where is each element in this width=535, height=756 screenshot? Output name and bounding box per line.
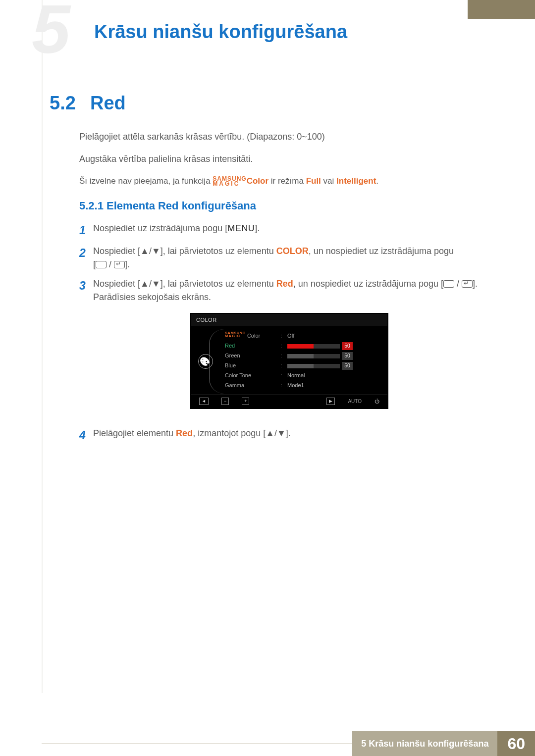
step3-a: Nospiediet [ <box>93 279 140 289</box>
osd-power-icon: ⏻ <box>374 398 379 405</box>
content-block: Pielāgojiet attēla sarkanās krāsas vērtī… <box>79 125 485 450</box>
osd-body: SAMSUNG MAGIC Color : Off Red : <box>191 326 387 395</box>
osd-label: Gamma <box>225 381 280 390</box>
section-title: Red <box>90 89 126 117</box>
osd-value-num: 50 <box>342 362 353 370</box>
osd-row-green: Green : 50 <box>225 351 380 361</box>
arrow-keys-icon: ▲/▼ <box>140 279 160 289</box>
step-number: 3 <box>79 277 93 421</box>
color-keyword: COLOR <box>276 246 309 256</box>
note-line: Šī izvēlne nav pieejama, ja funkcija SAM… <box>79 175 485 188</box>
osd-value-num: 50 <box>342 352 353 360</box>
rect-button-icon <box>96 261 107 268</box>
step2-a: Nospiediet [ <box>93 246 140 256</box>
menu-key-label: MENU <box>227 223 255 233</box>
step1-a: Nospiediet uz izstrādājuma pogu [ <box>93 223 227 233</box>
step-body: Pielāgojiet elementu Red, izmantojot pog… <box>93 427 485 444</box>
step2-c: , un nospiediet uz izstrādājuma pogu <box>309 246 454 256</box>
step3-tail: Parādīsies sekojošais ekrāns. <box>93 292 211 302</box>
header-accent-bar <box>468 0 535 19</box>
footer-rule <box>42 743 352 756</box>
osd-back-key: ◄ <box>199 398 209 405</box>
step-body: Nospiediet uz izstrādājuma pogu [MENU]. <box>93 222 485 239</box>
section-number: 5.2 <box>50 89 76 117</box>
osd-colon: : <box>280 361 287 370</box>
osd-colon: : <box>280 381 287 390</box>
brand-color-word: Color <box>247 176 268 186</box>
osd-panel: COLOR SAMSUNG MAGIC <box>190 313 388 409</box>
osd-play-key: ▶ <box>326 398 335 405</box>
enter-button-icon <box>462 280 473 288</box>
steps-list: 1 Nospiediet uz izstrādājuma pogu [MENU]… <box>79 222 485 444</box>
step-3: 3 Nospiediet [▲/▼], lai pārvietotos uz e… <box>79 277 485 421</box>
brand-line-2: MAGIC <box>213 180 240 187</box>
step1-b: ]. <box>255 223 260 233</box>
paragraph-2: Augstāka vērtība palielina krāsas intens… <box>79 152 485 166</box>
slider-fill <box>287 354 314 358</box>
osd-colon: : <box>280 371 287 380</box>
slider-fill <box>287 364 314 368</box>
subsection-heading: 5.2.1 Elementa Red konfigurēšana <box>79 198 485 214</box>
page-footer: 5 Krāsu nianšu konfigurēšana 60 <box>42 731 535 756</box>
osd-row-blue: Blue : 50 <box>225 361 380 371</box>
osd-plus-key: + <box>242 398 249 405</box>
palette-icon <box>198 354 213 369</box>
osd-magic-color-label: Color <box>246 333 260 339</box>
osd-row-gamma: Gamma : Mode1 <box>225 381 380 391</box>
osd-label: Color Tone <box>225 371 280 380</box>
osd-label: SAMSUNG MAGIC Color <box>225 332 280 340</box>
note-text-pre: Šī izvēlne nav pieejama, ja funkcija <box>79 176 213 186</box>
step-number: 1 <box>79 222 93 239</box>
arrow-keys-icon: ▲/▼ <box>266 428 286 438</box>
osd-row-tone: Color Tone : Normal <box>225 371 380 381</box>
step3-b: ], lai pārvietotos uz elementu <box>160 279 276 289</box>
magic-l2: MAGIC <box>225 334 241 338</box>
red-keyword: Red <box>276 279 293 289</box>
note-end: . <box>376 176 378 186</box>
osd-icon-column <box>198 331 225 391</box>
note-or: vai <box>323 176 336 186</box>
samsung-magic-logo: SAMSUNG MAGIC <box>213 177 246 186</box>
chapter-number-bg: 5 <box>32 0 70 81</box>
left-gutter-line <box>42 0 43 693</box>
note-text-mid: ir režīmā <box>271 176 306 186</box>
step4-b: , izmantojot pogu [ <box>193 428 266 438</box>
osd-value: Mode1 <box>287 381 354 390</box>
step2-e: ]. <box>125 259 130 269</box>
samsung-magic-small: SAMSUNG MAGIC <box>225 332 246 338</box>
footer-chapter-caption: 5 Krāsu nianšu konfigurēšana <box>352 731 497 756</box>
osd-label: Green <box>225 352 280 360</box>
osd-minus-key: − <box>221 398 229 405</box>
footer-page-number: 60 <box>497 731 535 756</box>
osd-value: 50 <box>287 342 354 350</box>
slider-fill <box>287 344 314 349</box>
step-body: Nospiediet [▲/▼], lai pārvietotos uz ele… <box>93 245 485 271</box>
osd-auto-label: AUTO <box>348 398 362 405</box>
note-intelligent: Intelligent <box>336 176 376 186</box>
osd-slider <box>287 354 340 358</box>
osd-value: Normal <box>287 371 354 380</box>
chapter-title: Krāsu nianšu konfigurēšana <box>94 18 347 46</box>
step-number: 4 <box>79 427 93 444</box>
step-4: 4 Pielāgojiet elementu Red, izmantojot p… <box>79 427 485 444</box>
osd-slider-red <box>287 344 340 349</box>
osd-footer: ◄ − + ▶ AUTO ⏻ <box>191 395 387 408</box>
osd-list: SAMSUNG MAGIC Color : Off Red : <box>225 331 380 391</box>
step2-b: ], lai pārvietotos uz elementu <box>160 246 276 256</box>
paragraph-1: Pielāgojiet attēla sarkanās krāsas vērtī… <box>79 130 485 144</box>
red-keyword: Red <box>176 428 193 438</box>
arrow-keys-icon: ▲/▼ <box>140 246 160 256</box>
step3-c: , un nospiediet uz izstrādājuma pogu [ <box>293 279 443 289</box>
rect-button-icon <box>443 280 454 288</box>
note-full: Full <box>306 176 321 186</box>
enter-button-icon <box>114 261 125 268</box>
osd-label: Blue <box>225 361 280 370</box>
osd-value-num: 50 <box>342 342 353 350</box>
osd-colon: : <box>280 332 287 340</box>
osd-row-red: Red : 50 <box>225 341 380 351</box>
step3-d: ]. <box>473 279 478 289</box>
osd-value: 50 <box>287 361 354 370</box>
step-number: 2 <box>79 245 93 271</box>
osd-value: Off <box>287 332 354 340</box>
osd-label-selected: Red <box>225 342 280 350</box>
